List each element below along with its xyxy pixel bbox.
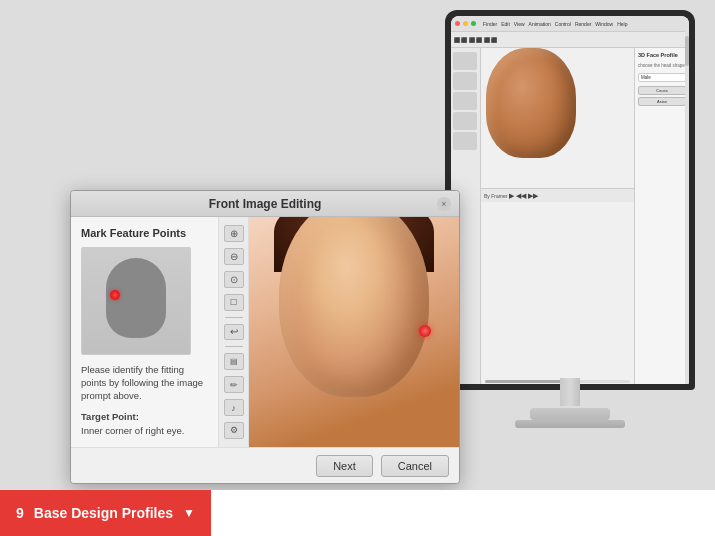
next-button[interactable]: Next bbox=[316, 455, 373, 477]
monitor-body: Finder Edit View Animation Control Rende… bbox=[445, 10, 695, 390]
menu-edit: Edit bbox=[501, 21, 510, 27]
menu-help: Help bbox=[617, 21, 627, 27]
dialog-footer: Next Cancel bbox=[71, 447, 459, 483]
menu-view: View bbox=[514, 21, 525, 27]
mark-feature-title: Mark Feature Points bbox=[81, 227, 208, 239]
face-preview-bg bbox=[82, 248, 190, 354]
front-image-editing-dialog: Front Image Editing × Mark Feature Point… bbox=[70, 190, 460, 484]
sidebar-tool-5[interactable] bbox=[453, 132, 477, 150]
tool-undo[interactable]: ↩ bbox=[224, 324, 244, 341]
sidebar-tool-2[interactable] bbox=[453, 72, 477, 90]
profiles-dropdown-button[interactable]: 9 Base Design Profiles ▼ bbox=[0, 490, 211, 536]
face-preview-thumbnail bbox=[81, 247, 191, 355]
tool-fit[interactable]: ⊙ bbox=[224, 271, 244, 288]
dialog-left-panel: Mark Feature Points Please identify the … bbox=[71, 217, 219, 447]
step-fwd[interactable]: ▶▶ bbox=[528, 192, 538, 200]
tool-settings[interactable]: ⚙ bbox=[224, 422, 244, 439]
target-text: Target Point: Inner corner of right eye. bbox=[81, 410, 208, 437]
tool-draw[interactable]: ✏ bbox=[224, 376, 244, 393]
right-panel-scrollbar[interactable] bbox=[685, 16, 689, 384]
dialog-title: Front Image Editing bbox=[209, 197, 322, 211]
tool-layers[interactable]: ▤ bbox=[224, 353, 244, 370]
profiles-count: 9 bbox=[16, 505, 24, 521]
tool-zoom-in[interactable]: ⊕ bbox=[224, 225, 244, 242]
dropdown-arrow-icon: ▼ bbox=[183, 506, 195, 520]
minimize-dot bbox=[463, 21, 468, 26]
menu-finder: Finder bbox=[483, 21, 497, 27]
face-3d-viewport bbox=[481, 48, 634, 188]
maximize-dot bbox=[471, 21, 476, 26]
menu-window: Window bbox=[595, 21, 613, 27]
face-photo bbox=[249, 217, 459, 447]
bottom-bar: 9 Base Design Profiles ▼ bbox=[0, 490, 715, 536]
monitor-stand-feet bbox=[515, 420, 625, 428]
toolbar-icons: ⬛ ⬛ ⬛ ⬛ ⬛ ⬛ bbox=[454, 37, 497, 43]
target-label: Target Point: bbox=[81, 411, 139, 422]
dialog-body: Mark Feature Points Please identify the … bbox=[71, 217, 459, 447]
panel-subtitle: choose the head shape bbox=[638, 63, 686, 69]
timeline-area bbox=[481, 377, 634, 384]
monitor-content: By Framer ▶ ◀◀ ▶▶ 3D Face Profile choose… bbox=[451, 48, 689, 384]
face-3d-model bbox=[481, 48, 581, 188]
tool-audio[interactable]: ♪ bbox=[224, 399, 244, 416]
step-back[interactable]: ◀◀ bbox=[516, 192, 526, 200]
tool-zoom-out[interactable]: ⊖ bbox=[224, 248, 244, 265]
play-btn[interactable]: ▶ bbox=[509, 192, 514, 200]
dialog-toolbar: ⊕ ⊖ ⊙ ☐ ↩ ▤ ✏ ♪ ⚙ bbox=[219, 217, 249, 447]
face-head bbox=[279, 217, 429, 397]
monitor-stand-base bbox=[530, 408, 610, 420]
panel-title: 3D Face Profile bbox=[638, 52, 686, 59]
playbar: By Framer ▶ ◀◀ ▶▶ bbox=[481, 188, 634, 202]
instruction-text: Please identify the fitting points by fo… bbox=[81, 363, 208, 403]
menu-render: Render bbox=[575, 21, 591, 27]
menu-control: Control bbox=[555, 21, 571, 27]
feature-point-marker-main bbox=[419, 325, 431, 337]
tool-separator-2 bbox=[225, 346, 243, 347]
monitor-menubar: Finder Edit View Animation Control Rende… bbox=[451, 16, 689, 32]
sidebar-tool-4[interactable] bbox=[453, 112, 477, 130]
timeline-progress[interactable] bbox=[485, 380, 630, 383]
timeline-fill bbox=[485, 380, 572, 383]
close-dot bbox=[455, 21, 460, 26]
cancel-button[interactable]: Cancel bbox=[381, 455, 449, 477]
sidebar-tool-1[interactable] bbox=[453, 52, 477, 70]
monitor-3d-area: By Framer ▶ ◀◀ ▶▶ bbox=[481, 48, 634, 384]
gender-dropdown[interactable]: Male bbox=[638, 73, 686, 82]
scroll-thumb bbox=[685, 36, 689, 66]
face-image-area bbox=[249, 217, 459, 447]
monitor-display: Finder Edit View Animation Control Rende… bbox=[445, 10, 695, 450]
monitor-stand-neck bbox=[560, 378, 580, 406]
dialog-titlebar: Front Image Editing × bbox=[71, 191, 459, 217]
dialog-close-button[interactable]: × bbox=[437, 197, 451, 211]
menubar-text: Finder Edit View Animation Control Rende… bbox=[483, 21, 627, 27]
target-value: Inner corner of right eye. bbox=[81, 425, 185, 436]
tool-separator-1 bbox=[225, 317, 243, 318]
app-toolbar: ⬛ ⬛ ⬛ ⬛ ⬛ ⬛ bbox=[451, 32, 689, 48]
menu-animation: Animation bbox=[529, 21, 551, 27]
tool-frame[interactable]: ☐ bbox=[224, 294, 244, 311]
caucasian-btn[interactable]: Caucs bbox=[638, 86, 686, 95]
monitor-screen: Finder Edit View Animation Control Rende… bbox=[451, 16, 689, 384]
feature-point-marker-preview bbox=[110, 290, 120, 300]
profiles-label: Base Design Profiles bbox=[34, 505, 173, 521]
sidebar-tool-3[interactable] bbox=[453, 92, 477, 110]
by-framer-label: By Framer bbox=[484, 193, 507, 199]
head-mesh bbox=[486, 48, 576, 158]
asian-btn[interactable]: Asian bbox=[638, 97, 686, 106]
monitor-right-panel: 3D Face Profile choose the head shape Ma… bbox=[634, 48, 689, 384]
